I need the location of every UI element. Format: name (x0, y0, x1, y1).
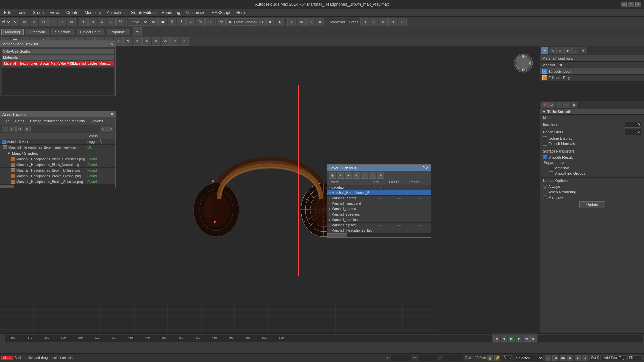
mode-populate[interactable]: Populate (107, 29, 128, 35)
tb-extra-4[interactable]: ⊜ (388, 18, 397, 26)
asset-row-1[interactable]: Marshall_Headphones_Black_Normal.png Fou… (0, 162, 115, 168)
tb-snap3d[interactable]: 3 (177, 18, 186, 26)
tb-undo[interactable]: ↩ (48, 18, 57, 26)
asset-tb-refresh[interactable]: ↻ (100, 126, 107, 132)
minimize-button[interactable]: ─ (621, 2, 627, 7)
asset-tb-settings[interactable]: ⚙ (107, 126, 114, 132)
status-prev-frame[interactable]: ◀ (552, 355, 558, 361)
panel-icon-utilities[interactable]: ⚙ (580, 47, 587, 54)
asset-row-4[interactable]: Marshall_Headphones_Brown_Specular.png F… (0, 179, 115, 185)
always-radio[interactable] (543, 185, 547, 189)
transport-prev[interactable]: ⏮ (493, 335, 500, 342)
tb-redo[interactable]: ↪ (58, 18, 66, 26)
stack-remove[interactable]: ✕ (563, 102, 570, 108)
tb-percent-snap[interactable]: % (196, 18, 205, 26)
selected-dropdown[interactable]: Selected (514, 355, 544, 361)
layer-row-hpbrown[interactable]: ≡ Marshall_Headphones_Brown — — — (327, 228, 431, 233)
asset-menu-file[interactable]: File (2, 119, 12, 123)
transport-end[interactable]: ⏭ (530, 335, 537, 342)
tb-select-move[interactable]: ✛ (79, 18, 88, 26)
close-button[interactable]: ✕ (635, 2, 641, 7)
asset-group-maps[interactable]: ▼ Maps / Shaders (0, 150, 115, 156)
status-next-key[interactable]: ⏭ (582, 355, 588, 361)
menu-animation[interactable]: Animation (104, 10, 127, 16)
asset-menu-paths[interactable]: Paths (13, 119, 26, 123)
panel-icon-motion[interactable]: ▶ (564, 47, 572, 54)
tb-spinner-snap[interactable]: ⊡ (205, 18, 214, 26)
asset-row-vault[interactable]: Autodesk Vault Logged C (0, 139, 115, 145)
layer-tb-prev[interactable]: ↑ (369, 172, 376, 179)
asset-menu-bitmap[interactable]: Bitmap Performance and Memory (28, 119, 87, 123)
mode-freeform[interactable]: Freeform (26, 29, 49, 35)
layer-close[interactable]: ✕ (426, 166, 429, 170)
asset-minimize[interactable]: ─ (104, 112, 106, 116)
sub-tb-20[interactable]: ? (180, 37, 189, 46)
layer-help[interactable]: ? (423, 166, 425, 170)
layer-row-clpses[interactable]: ≡ Marshall_clpses — — — (327, 223, 431, 228)
layer-dialog-header[interactable]: Layer: 0 (default) ? ✕ (327, 165, 431, 171)
turbosmooth-header[interactable]: ▼ TurboSmooth (540, 109, 644, 115)
tb-select-all[interactable]: All (1, 18, 10, 26)
tb-env[interactable]: ⊠ (316, 18, 324, 26)
tb-render-setup[interactable]: ⚙ (217, 18, 226, 26)
smooth-result-checkbox[interactable]: ✓ (543, 155, 547, 159)
panel-icon-hierarchy[interactable]: ⊞ (556, 47, 564, 54)
tb-select-circle[interactable]: ○ (30, 18, 38, 26)
material-browser-header[interactable]: Material/Map Browser ✕ (0, 41, 115, 47)
view-select[interactable]: View (128, 18, 148, 26)
status-play-rev[interactable]: ◀▶ (560, 355, 566, 361)
smoothing-groups-checkbox[interactable] (549, 171, 553, 175)
tb-create-selection[interactable]: Create Selections ▾ (245, 18, 254, 26)
menu-edit[interactable]: Edit (1, 10, 14, 16)
update-button[interactable]: Update (579, 201, 605, 208)
status-next-frame[interactable]: ▶ (575, 355, 581, 361)
stack-pin[interactable]: 📌 (541, 102, 548, 108)
tb-next-key[interactable]: ⏭ (266, 18, 275, 26)
sub-tb-18[interactable]: ⁂ (161, 37, 170, 46)
menu-modifiers[interactable]: Modifiers (82, 10, 104, 16)
tb-extra-1[interactable]: ⊙ (360, 18, 369, 26)
tb-select-rect[interactable]: ▭ (20, 18, 29, 26)
y-coord[interactable] (417, 355, 437, 361)
asset-tb-1[interactable]: ⊞ (2, 126, 8, 132)
status-play[interactable]: ▶ (567, 355, 573, 361)
layer-row-leather[interactable]: ≡ Marshall_leather — — — (327, 196, 431, 201)
sub-tb-17[interactable]: ✥ (152, 37, 160, 46)
stack-make-unique[interactable]: ⊡ (556, 102, 562, 108)
x-coord[interactable] (391, 355, 411, 361)
mode-extra[interactable]: ▾ (133, 27, 142, 36)
layer-row-cables[interactable]: ≡ Marshall_cables — — — (327, 206, 431, 212)
render-iters-input[interactable] (625, 129, 641, 135)
tb-link[interactable]: ⛓ (67, 18, 76, 26)
menu-graph-editors[interactable]: Graph Editors (128, 10, 158, 16)
menu-customize[interactable]: Customize (183, 10, 208, 16)
tb-play[interactable]: ▶ (276, 18, 284, 26)
tb-select-fence[interactable]: ⬡ (39, 18, 48, 26)
asset-tb-3[interactable]: ⊡ (16, 126, 23, 132)
status-prev-key[interactable]: ⏮ (545, 355, 551, 361)
menu-help[interactable]: Help (234, 10, 248, 16)
mode-object-paint[interactable]: Object Paint (77, 29, 104, 35)
maximize-button[interactable]: □ (628, 2, 634, 7)
tb-layer[interactable]: ≡ (287, 18, 296, 26)
menu-tools[interactable]: Tools (14, 10, 29, 16)
tb-scene[interactable]: ⊟ (306, 18, 315, 26)
layer-tb-select[interactable]: ◎ (353, 172, 360, 179)
sub-tb-19[interactable]: ❊ (170, 37, 179, 46)
asset-scrollbar-thumb[interactable] (0, 185, 14, 188)
menu-maxscript[interactable]: MAXScript (209, 10, 233, 16)
mode-modeling[interactable]: Modeling (1, 29, 24, 35)
layer-scrollbar[interactable] (327, 233, 431, 237)
asset-row-3[interactable]: Marshall_Headphones_Brown_Fresnel.png Fo… (0, 173, 115, 179)
asset-tb-4[interactable]: ⊠ (24, 126, 31, 132)
tb-rotate[interactable]: ↻ (98, 18, 106, 26)
transport-play[interactable]: ▶ (508, 335, 515, 342)
modifier-editable-poly[interactable]: P Editable Poly (540, 75, 644, 81)
tb-render-2[interactable]: ⊞ (297, 18, 306, 26)
tb-select-cursor[interactable]: ↖ (11, 18, 19, 26)
tb-extra-2[interactable]: ⊚ (370, 18, 378, 26)
tb-percent[interactable]: % (116, 18, 125, 26)
explicit-normals-checkbox[interactable] (543, 142, 547, 146)
transport-next[interactable]: ⏭ (523, 335, 530, 342)
layer-tb-add[interactable]: ⊕ (329, 172, 336, 179)
